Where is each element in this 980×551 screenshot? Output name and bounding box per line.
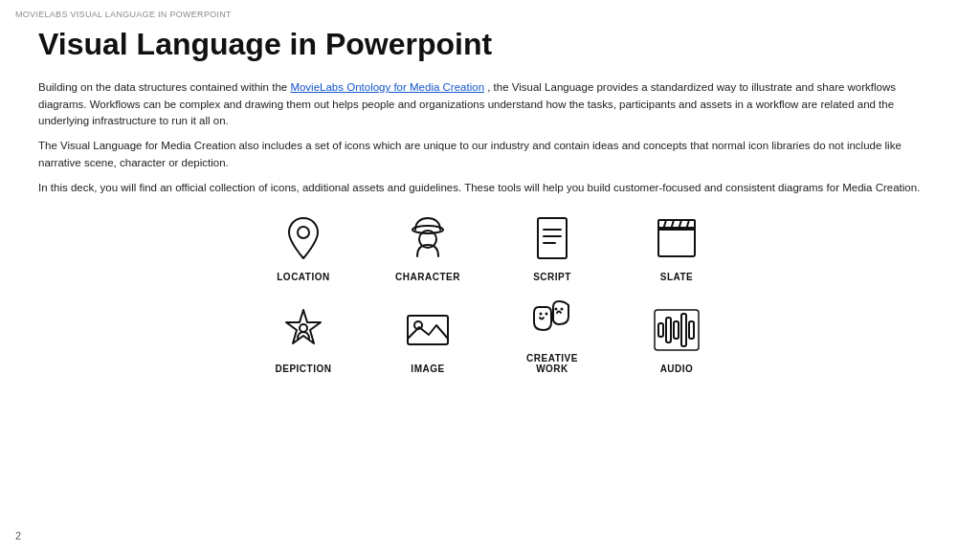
svg-point-0 — [298, 227, 309, 238]
svg-rect-21 — [658, 323, 663, 337]
icon-item-creative-work: CREATIVE WORK — [509, 292, 595, 374]
icon-item-depiction: DEPICTION — [260, 302, 346, 374]
depiction-icon — [276, 302, 331, 358]
script-label: SCRIPT — [533, 272, 571, 282]
svg-marker-13 — [286, 310, 321, 343]
icon-item-script: SCRIPT — [509, 210, 595, 282]
location-icon — [276, 210, 331, 266]
paragraph-1: Building on the data structures containe… — [38, 79, 942, 130]
page-number: 2 — [15, 530, 21, 541]
creative-work-label: CREATIVE WORK — [509, 353, 595, 374]
image-icon — [400, 302, 456, 358]
icon-item-character: CHARACTER — [385, 210, 471, 282]
svg-rect-24 — [681, 314, 686, 346]
svg-point-19 — [555, 307, 558, 310]
movielabs-link[interactable]: MovieLabs Ontology for Media Creation — [290, 81, 484, 93]
slate-label: SLATE — [660, 272, 694, 282]
top-bar-label: MOVIELABS VISUAL LANGUAGE in POWERPOINT — [15, 10, 232, 19]
svg-point-14 — [300, 324, 307, 332]
paragraph-2: The Visual Language for Media Creation a… — [38, 138, 942, 172]
svg-rect-25 — [689, 321, 694, 339]
image-label: IMAGE — [411, 364, 444, 374]
icons-row-2: DEPICTION IMAGE — [260, 292, 720, 374]
icons-row-1: LOCATION CHARACTER — [260, 210, 720, 282]
svg-rect-7 — [658, 228, 695, 256]
icon-item-audio: AUDIO — [634, 302, 720, 374]
icon-item-slate: SLATE — [634, 210, 720, 282]
character-label: CHARACTER — [395, 272, 460, 282]
svg-point-20 — [561, 307, 564, 310]
icons-section: LOCATION CHARACTER — [38, 210, 942, 374]
icon-item-location: LOCATION — [260, 210, 346, 282]
svg-point-17 — [540, 312, 543, 315]
svg-point-18 — [546, 312, 548, 315]
depiction-label: DEPICTION — [276, 364, 332, 374]
icon-item-image: IMAGE — [385, 302, 471, 374]
audio-icon — [649, 302, 704, 358]
p1-before-link: Building on the data structures containe… — [38, 81, 290, 93]
svg-rect-15 — [408, 316, 448, 344]
paragraph-3: In this deck, you will find an official … — [38, 180, 942, 197]
audio-label: AUDIO — [660, 364, 694, 374]
svg-rect-26 — [655, 310, 699, 350]
svg-rect-23 — [674, 321, 679, 339]
slate-icon — [649, 210, 704, 266]
svg-rect-3 — [538, 218, 567, 258]
character-icon — [400, 210, 456, 266]
script-icon — [524, 210, 580, 266]
page-title: Visual Language in Powerpoint — [38, 27, 942, 62]
location-label: LOCATION — [277, 272, 329, 282]
svg-rect-22 — [666, 318, 671, 342]
creative-work-icon — [524, 292, 580, 347]
